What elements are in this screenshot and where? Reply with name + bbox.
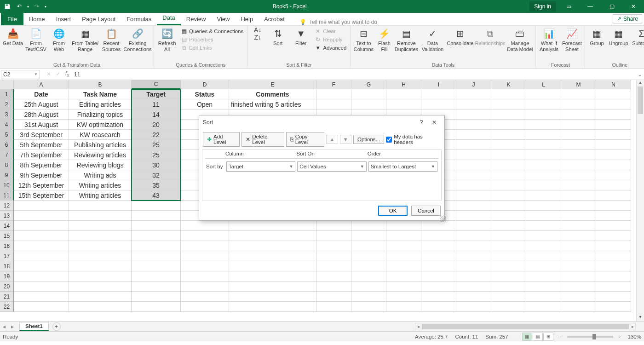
cell[interactable] [526, 160, 561, 170]
cell[interactable] [181, 231, 229, 241]
column-header[interactable]: L [526, 80, 561, 89]
cell[interactable] [386, 271, 421, 282]
close-icon[interactable]: ✕ [428, 119, 441, 126]
cell[interactable] [456, 120, 491, 130]
cell[interactable]: 28th August [14, 109, 69, 120]
cancel-formula-icon[interactable]: ✕ [45, 71, 53, 77]
cell[interactable] [386, 292, 421, 302]
sort-column-select[interactable]: Target▼ [226, 161, 295, 172]
cell[interactable] [316, 282, 351, 292]
cell[interactable]: Comments [229, 89, 316, 99]
cell[interactable] [596, 302, 631, 312]
add-level-button[interactable]: ✚Add Level [203, 132, 240, 147]
cell[interactable] [14, 241, 69, 251]
cell[interactable] [596, 211, 631, 221]
row-header[interactable]: 20 [0, 282, 14, 292]
cell[interactable] [229, 241, 316, 251]
add-sheet-button[interactable]: + [52, 322, 61, 331]
cell[interactable] [351, 241, 386, 251]
filter-button[interactable]: ▼Filter [290, 27, 312, 46]
cell[interactable] [526, 99, 561, 109]
cell[interactable] [561, 130, 596, 140]
cell[interactable] [491, 231, 526, 241]
copy-level-button[interactable]: ⎘Copy Level [286, 132, 324, 147]
tab-insert[interactable]: Insert [51, 13, 77, 25]
cell[interactable] [491, 120, 526, 130]
cell[interactable] [491, 180, 526, 190]
cell[interactable] [14, 271, 69, 282]
cell[interactable]: 3rd September [14, 130, 69, 140]
cell[interactable] [596, 201, 631, 211]
cell[interactable] [351, 251, 386, 261]
cell[interactable] [69, 241, 132, 251]
formula-input[interactable]: 11 [71, 71, 636, 78]
cell[interactable]: 25 [132, 150, 181, 160]
cell[interactable]: Writing articles [69, 190, 132, 201]
normal-view-button[interactable]: ▦ [522, 333, 532, 341]
cell[interactable] [456, 292, 491, 302]
undo-icon[interactable]: ↶ [14, 1, 25, 12]
cell[interactable] [69, 302, 132, 312]
manage-data-model-button[interactable]: 🗃Manage Data Model [506, 27, 534, 52]
column-header[interactable]: F [316, 80, 351, 89]
cell[interactable] [386, 302, 421, 312]
data-validation-button[interactable]: ✓Data Validation [420, 27, 445, 52]
close-icon[interactable]: ✕ [623, 0, 644, 13]
sort-order-select[interactable]: Smallest to Largest▼ [368, 161, 437, 172]
cell[interactable] [526, 221, 561, 231]
cell[interactable] [181, 251, 229, 261]
cell[interactable] [596, 282, 631, 292]
cell[interactable] [561, 211, 596, 221]
resize-grip-icon[interactable] [440, 216, 446, 222]
sign-in-button[interactable]: Sign in [529, 1, 556, 12]
from-table-button[interactable]: ▦From Table/ Range [71, 27, 99, 52]
cell[interactable] [181, 302, 229, 312]
cell[interactable] [14, 292, 69, 302]
row-header[interactable]: 21 [0, 292, 14, 302]
cell[interactable] [526, 302, 561, 312]
cell[interactable]: Target [132, 89, 181, 99]
share-button[interactable]: ↗ Share [613, 14, 642, 23]
cell[interactable] [526, 170, 561, 180]
column-header[interactable]: M [561, 80, 596, 89]
forecast-sheet-button[interactable]: 📈Forecast Sheet [561, 27, 583, 52]
cell[interactable]: 15th September [14, 190, 69, 201]
cell[interactable] [14, 251, 69, 261]
cell[interactable] [316, 271, 351, 282]
fx-icon[interactable]: fx [63, 70, 71, 78]
delete-level-button[interactable]: ✕Delete Level [242, 132, 284, 147]
cell[interactable] [421, 282, 456, 292]
cell[interactable] [456, 150, 491, 160]
cell[interactable] [491, 89, 526, 99]
cell[interactable]: KW optimization [69, 120, 132, 130]
cell[interactable]: Status [181, 89, 229, 99]
cell[interactable]: 9th September [14, 170, 69, 180]
chevron-down-icon[interactable]: ▼ [34, 72, 38, 76]
zoom-slider[interactable] [567, 336, 613, 338]
row-header[interactable]: 19 [0, 271, 14, 282]
cell[interactable] [561, 190, 596, 201]
column-header[interactable]: B [69, 80, 132, 89]
cell[interactable] [596, 89, 631, 99]
cell[interactable] [561, 271, 596, 282]
cell[interactable] [14, 282, 69, 292]
cell[interactable] [596, 221, 631, 231]
sheet-nav-next-icon[interactable]: ▸ [8, 323, 17, 330]
tab-formulas[interactable]: Formulas [121, 13, 157, 25]
existing-connections-button[interactable]: 🔗Existing Connections [123, 27, 152, 52]
sort-button[interactable]: ⇅Sort [267, 27, 289, 46]
column-header[interactable]: E [229, 80, 316, 89]
cell[interactable]: Finalizing topics [69, 109, 132, 120]
cell[interactable] [561, 140, 596, 150]
cell[interactable] [456, 251, 491, 261]
cell[interactable] [69, 271, 132, 282]
cell[interactable] [351, 261, 386, 271]
cell[interactable] [456, 170, 491, 180]
cell[interactable] [456, 109, 491, 120]
cell[interactable] [316, 231, 351, 241]
tab-file[interactable]: File [1, 13, 23, 25]
column-header[interactable]: I [421, 80, 456, 89]
name-box[interactable]: C2 ▼ [1, 70, 40, 79]
cell[interactable] [421, 221, 456, 231]
help-icon[interactable]: ? [415, 119, 428, 126]
